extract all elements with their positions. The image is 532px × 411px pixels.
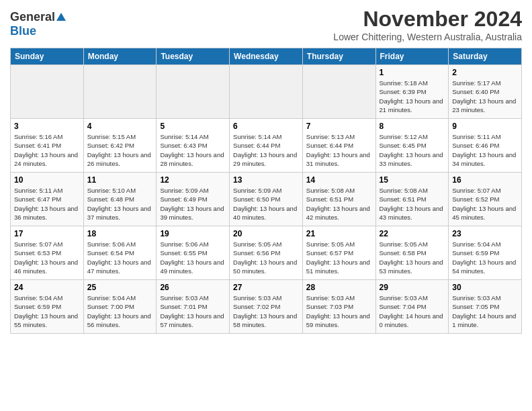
day-number: 23 xyxy=(452,229,518,238)
calendar-week-row: 3Sunrise: 5:16 AM Sunset: 6:41 PM Daylig… xyxy=(11,119,522,173)
day-info: Sunrise: 5:08 AM Sunset: 6:51 PM Dayligh… xyxy=(380,186,445,222)
calendar-cell: 30Sunrise: 5:03 AM Sunset: 7:05 PM Dayli… xyxy=(449,280,522,334)
day-number: 24 xyxy=(14,283,80,292)
calendar-week-row: 17Sunrise: 5:07 AM Sunset: 6:53 PM Dayli… xyxy=(11,226,522,280)
day-info: Sunrise: 5:07 AM Sunset: 6:53 PM Dayligh… xyxy=(14,240,80,275)
day-info: Sunrise: 5:18 AM Sunset: 6:39 PM Dayligh… xyxy=(380,79,445,114)
calendar-cell: 17Sunrise: 5:07 AM Sunset: 6:53 PM Dayli… xyxy=(11,226,84,280)
calendar-week-row: 24Sunrise: 5:04 AM Sunset: 6:59 PM Dayli… xyxy=(11,280,522,334)
calendar-week-row: 10Sunrise: 5:11 AM Sunset: 6:47 PM Dayli… xyxy=(11,173,522,226)
day-of-week-header: Saturday xyxy=(449,48,522,65)
calendar-cell: 9Sunrise: 5:11 AM Sunset: 6:46 PM Daylig… xyxy=(449,119,522,173)
calendar-cell: 24Sunrise: 5:04 AM Sunset: 6:59 PM Dayli… xyxy=(11,280,84,334)
calendar-cell: 21Sunrise: 5:05 AM Sunset: 6:57 PM Dayli… xyxy=(302,226,375,280)
day-of-week-header: Monday xyxy=(83,48,157,65)
calendar-week-row: 1Sunrise: 5:18 AM Sunset: 6:39 PM Daylig… xyxy=(11,65,522,119)
day-info: Sunrise: 5:04 AM Sunset: 7:00 PM Dayligh… xyxy=(87,293,153,329)
calendar-cell xyxy=(157,65,230,119)
title-section: November 2024 Lower Chittering, Western … xyxy=(333,7,522,42)
day-info: Sunrise: 5:05 AM Sunset: 6:57 PM Dayligh… xyxy=(306,240,372,275)
calendar-cell: 10Sunrise: 5:11 AM Sunset: 6:47 PM Dayli… xyxy=(11,173,84,226)
day-number: 1 xyxy=(380,68,445,77)
day-of-week-header: Thursday xyxy=(302,48,375,65)
logo-general: General xyxy=(10,10,55,24)
day-info: Sunrise: 5:03 AM Sunset: 7:04 PM Dayligh… xyxy=(380,293,445,329)
day-info: Sunrise: 5:16 AM Sunset: 6:41 PM Dayligh… xyxy=(14,132,80,168)
day-info: Sunrise: 5:17 AM Sunset: 6:40 PM Dayligh… xyxy=(452,79,518,114)
day-number: 5 xyxy=(160,122,226,131)
day-number: 25 xyxy=(87,283,153,292)
calendar-cell: 28Sunrise: 5:03 AM Sunset: 7:03 PM Dayli… xyxy=(302,280,375,334)
calendar-cell: 2Sunrise: 5:17 AM Sunset: 6:40 PM Daylig… xyxy=(449,65,522,119)
day-number: 2 xyxy=(452,68,518,77)
day-info: Sunrise: 5:03 AM Sunset: 7:02 PM Dayligh… xyxy=(233,293,299,329)
day-info: Sunrise: 5:05 AM Sunset: 6:58 PM Dayligh… xyxy=(380,240,445,275)
day-number: 11 xyxy=(87,175,153,185)
calendar-cell: 16Sunrise: 5:07 AM Sunset: 6:52 PM Dayli… xyxy=(449,173,522,226)
calendar-cell: 11Sunrise: 5:10 AM Sunset: 6:48 PM Dayli… xyxy=(83,173,157,226)
calendar-cell: 5Sunrise: 5:14 AM Sunset: 6:43 PM Daylig… xyxy=(157,119,230,173)
calendar-cell: 22Sunrise: 5:05 AM Sunset: 6:58 PM Dayli… xyxy=(375,226,449,280)
logo: General Blue xyxy=(10,7,67,38)
day-number: 14 xyxy=(306,175,372,185)
calendar-cell xyxy=(83,65,157,119)
day-info: Sunrise: 5:09 AM Sunset: 6:50 PM Dayligh… xyxy=(233,186,299,222)
day-number: 9 xyxy=(452,122,518,131)
day-number: 12 xyxy=(160,175,226,185)
day-info: Sunrise: 5:11 AM Sunset: 6:46 PM Dayligh… xyxy=(452,132,518,168)
day-number: 28 xyxy=(306,283,372,292)
calendar-cell: 13Sunrise: 5:09 AM Sunset: 6:50 PM Dayli… xyxy=(230,173,303,226)
calendar-cell: 23Sunrise: 5:04 AM Sunset: 6:59 PM Dayli… xyxy=(449,226,522,280)
day-of-week-header: Tuesday xyxy=(157,48,230,65)
day-number: 17 xyxy=(14,229,80,238)
day-number: 22 xyxy=(380,229,445,238)
day-info: Sunrise: 5:11 AM Sunset: 6:47 PM Dayligh… xyxy=(14,186,80,222)
day-number: 26 xyxy=(160,283,226,292)
calendar-cell: 29Sunrise: 5:03 AM Sunset: 7:04 PM Dayli… xyxy=(375,280,449,334)
calendar-table: SundayMondayTuesdayWednesdayThursdayFrid… xyxy=(10,48,522,334)
calendar-cell: 20Sunrise: 5:05 AM Sunset: 6:56 PM Dayli… xyxy=(230,226,303,280)
day-of-week-header: Wednesday xyxy=(230,48,303,65)
location-subtitle: Lower Chittering, Western Australia, Aus… xyxy=(333,32,522,42)
logo-icon xyxy=(55,11,67,24)
day-info: Sunrise: 5:12 AM Sunset: 6:45 PM Dayligh… xyxy=(380,132,445,168)
day-number: 18 xyxy=(87,229,153,238)
day-info: Sunrise: 5:03 AM Sunset: 7:03 PM Dayligh… xyxy=(306,293,372,329)
calendar-header-row: SundayMondayTuesdayWednesdayThursdayFrid… xyxy=(11,48,522,65)
month-year-title: November 2024 xyxy=(333,7,522,32)
calendar-cell: 8Sunrise: 5:12 AM Sunset: 6:45 PM Daylig… xyxy=(375,119,449,173)
calendar-cell: 3Sunrise: 5:16 AM Sunset: 6:41 PM Daylig… xyxy=(11,119,84,173)
day-of-week-header: Friday xyxy=(375,48,449,65)
calendar-cell: 1Sunrise: 5:18 AM Sunset: 6:39 PM Daylig… xyxy=(375,65,449,119)
calendar-cell xyxy=(302,65,375,119)
svg-marker-0 xyxy=(56,13,66,21)
calendar-cell: 14Sunrise: 5:08 AM Sunset: 6:51 PM Dayli… xyxy=(302,173,375,226)
day-info: Sunrise: 5:06 AM Sunset: 6:54 PM Dayligh… xyxy=(87,240,153,275)
calendar-cell: 12Sunrise: 5:09 AM Sunset: 6:49 PM Dayli… xyxy=(157,173,230,226)
day-info: Sunrise: 5:09 AM Sunset: 6:49 PM Dayligh… xyxy=(160,186,226,222)
day-number: 7 xyxy=(306,122,372,131)
calendar-cell: 7Sunrise: 5:13 AM Sunset: 6:44 PM Daylig… xyxy=(302,119,375,173)
day-info: Sunrise: 5:05 AM Sunset: 6:56 PM Dayligh… xyxy=(233,240,299,275)
day-number: 16 xyxy=(452,175,518,185)
day-number: 20 xyxy=(233,229,299,238)
day-number: 3 xyxy=(14,122,80,131)
calendar-cell: 15Sunrise: 5:08 AM Sunset: 6:51 PM Dayli… xyxy=(375,173,449,226)
day-number: 15 xyxy=(380,175,445,185)
day-number: 21 xyxy=(306,229,372,238)
day-number: 19 xyxy=(160,229,226,238)
day-info: Sunrise: 5:13 AM Sunset: 6:44 PM Dayligh… xyxy=(306,132,372,168)
day-info: Sunrise: 5:10 AM Sunset: 6:48 PM Dayligh… xyxy=(87,186,153,222)
calendar-cell: 25Sunrise: 5:04 AM Sunset: 7:00 PM Dayli… xyxy=(83,280,157,334)
day-info: Sunrise: 5:03 AM Sunset: 7:01 PM Dayligh… xyxy=(160,293,226,329)
calendar-cell: 4Sunrise: 5:15 AM Sunset: 6:42 PM Daylig… xyxy=(83,119,157,173)
day-number: 10 xyxy=(14,175,80,185)
page-header: General Blue November 2024 Lower Chitter… xyxy=(10,7,522,42)
calendar-cell: 6Sunrise: 5:14 AM Sunset: 6:44 PM Daylig… xyxy=(230,119,303,173)
calendar-cell: 19Sunrise: 5:06 AM Sunset: 6:55 PM Dayli… xyxy=(157,226,230,280)
day-info: Sunrise: 5:04 AM Sunset: 6:59 PM Dayligh… xyxy=(452,240,518,275)
day-number: 30 xyxy=(452,283,518,292)
day-info: Sunrise: 5:08 AM Sunset: 6:51 PM Dayligh… xyxy=(306,186,372,222)
logo-blue: Blue xyxy=(10,24,36,38)
calendar-cell: 18Sunrise: 5:06 AM Sunset: 6:54 PM Dayli… xyxy=(83,226,157,280)
